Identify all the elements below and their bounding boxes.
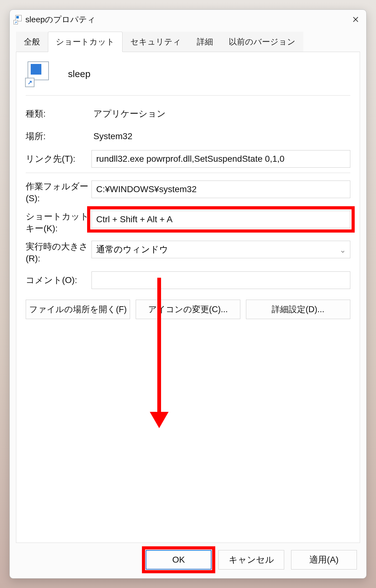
shortcut-name: sleep bbox=[68, 69, 91, 79]
tab-shortcut[interactable]: ショートカット bbox=[48, 32, 123, 52]
cancel-button[interactable]: キャンセル bbox=[218, 550, 284, 570]
change-icon-button[interactable]: アイコンの変更(C)... bbox=[136, 300, 240, 319]
run-size-value: 通常のウィンドウ bbox=[96, 244, 168, 255]
tab-security[interactable]: セキュリティ bbox=[123, 32, 189, 52]
tab-general[interactable]: 全般 bbox=[16, 32, 48, 52]
dialog-footer: OK キャンセル 適用(A) bbox=[10, 543, 366, 578]
advanced-button[interactable]: 詳細設定(D)... bbox=[246, 300, 350, 319]
titlebar: ↗ sleepのプロパティ bbox=[10, 10, 366, 29]
tab-details[interactable]: 詳細 bbox=[189, 32, 221, 52]
type-value: アプリケーション bbox=[91, 108, 166, 120]
properties-dialog: ↗ sleepのプロパティ 全般 ショートカット セキュリティ 詳細 以前のバー… bbox=[9, 9, 367, 579]
shortcut-file-icon: ↗ bbox=[14, 15, 23, 24]
close-icon bbox=[352, 16, 359, 23]
location-label: 場所: bbox=[26, 130, 91, 142]
open-file-location-button[interactable]: ファイルの場所を開く(F) bbox=[26, 300, 130, 319]
chevron-down-icon bbox=[340, 247, 346, 252]
close-button[interactable] bbox=[349, 13, 362, 26]
run-label: 実行時の大きさ(R): bbox=[26, 241, 91, 265]
comment-label: コメント(O): bbox=[26, 274, 91, 286]
target-input[interactable] bbox=[91, 150, 350, 168]
tab-previous-versions[interactable]: 以前のバージョン bbox=[221, 32, 303, 52]
tab-strip: 全般 ショートカット セキュリティ 詳細 以前のバージョン bbox=[10, 29, 366, 52]
location-value: System32 bbox=[91, 131, 133, 141]
target-label: リンク先(T): bbox=[26, 153, 91, 165]
ok-highlight-annotation: OK bbox=[146, 550, 212, 570]
startin-label: 作業フォルダー(S): bbox=[26, 181, 91, 204]
shortcut-large-icon: ↗ bbox=[26, 61, 51, 87]
run-size-select[interactable]: 通常のウィンドウ bbox=[91, 241, 350, 258]
type-label: 種類: bbox=[26, 108, 91, 120]
ok-button[interactable]: OK bbox=[146, 550, 212, 570]
hotkey-label: ショートカット キー(K): bbox=[26, 211, 91, 234]
hotkey-input[interactable] bbox=[91, 211, 350, 228]
startin-input[interactable] bbox=[91, 181, 350, 198]
comment-input[interactable] bbox=[91, 271, 350, 289]
shortcut-tab-panel: ↗ sleep 種類: アプリケーション 場所: System32 リンク先(T… bbox=[16, 52, 360, 543]
window-title: sleepのプロパティ bbox=[25, 14, 96, 25]
apply-button[interactable]: 適用(A) bbox=[291, 550, 357, 570]
